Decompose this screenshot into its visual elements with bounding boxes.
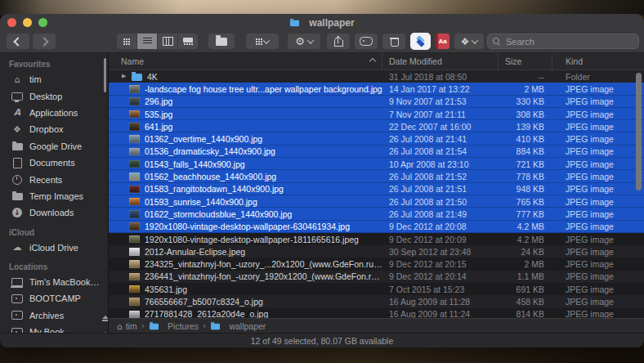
sidebar-item-archives[interactable]: Archives [0, 307, 108, 324]
tag-button[interactable] [355, 34, 378, 49]
date-modified: 9 Dec 2012 at 20:14 [382, 271, 499, 281]
image-thumbnail [129, 273, 140, 281]
delete-button[interactable] [382, 34, 405, 49]
file-row[interactable]: 1920x1080-vintage-desktop-wallpaper-6304… [109, 221, 644, 233]
blue-folder-icon [210, 322, 226, 330]
minimize-button[interactable] [23, 18, 32, 27]
dropbox-button[interactable]: ❖ [454, 34, 484, 49]
list-scrollbar[interactable] [636, 73, 642, 190]
file-name: 236441_vintazhnyj-fon_-uzory_1920x1200_(… [145, 271, 382, 281]
sidebar-item-dropbox[interactable]: ❖Dropbox [0, 121, 108, 137]
image-thumbnail [129, 198, 140, 206]
gear-icon: ⚙ [295, 36, 305, 47]
file-name: 01562_beachhouse_1440x900.jpg [145, 172, 276, 182]
sidebar-item-tim[interactable]: ⌂tim [0, 71, 108, 87]
file-size: 24 KB [499, 247, 552, 257]
folder-row[interactable]: ▶4K31 Jul 2018 at 08:50--Folder [109, 70, 644, 83]
path-item-pictures[interactable]: Pictures [149, 321, 199, 331]
sidebar-item-recents[interactable]: Recents [0, 171, 108, 187]
file-row[interactable]: 01593_sunrise_1440x900.jpg26 Jul 2008 at… [109, 195, 644, 208]
layers-app-button[interactable] [410, 33, 431, 50]
file-name-cell: -landscape fog house tree ultr...aper wa… [109, 84, 382, 94]
column-header-name[interactable]: Name [109, 53, 382, 69]
grid-icon [123, 38, 125, 40]
file-row[interactable]: 1920x1080-vintage-desktop-wallpaper-1811… [109, 233, 644, 245]
date-modified: 22 Dec 2007 at 16:00 [382, 122, 499, 132]
forward-button[interactable] [33, 34, 56, 49]
list-view-button[interactable] [137, 34, 158, 49]
date-modified: 14 Jan 2017 at 13:22 [382, 84, 499, 94]
chevron-left-icon [13, 37, 22, 46]
sidebar-item-label: Google Drive [29, 141, 82, 151]
recents-icon [12, 175, 22, 185]
file-row[interactable]: 234325_vintazhnyj-fon_-uzory_...20x1200_… [109, 258, 644, 270]
sidebar-item-label: Desktop [29, 92, 62, 101]
file-row[interactable]: 296.jpg9 Nov 2007 at 21:53330 KBJPEG ima… [109, 96, 644, 108]
sidebar-item-desktop[interactable]: Desktop [0, 87, 108, 104]
file-row[interactable]: 641.jpg22 Dec 2007 at 16:00139 KBJPEG im… [109, 120, 644, 132]
date-modified: 16 Aug 2009 at 11:28 [382, 297, 499, 307]
file-name-cell: 01583_rangitotodawn_1440x900.jpg [109, 184, 382, 194]
sidebar-item-icon [11, 158, 24, 168]
sidebar-item-icon: ⌂ [11, 74, 24, 85]
sidebar-item-documents[interactable]: Documents [0, 155, 108, 171]
file-row[interactable]: 01583_rangitotodawn_1440x900.jpg26 Jul 2… [109, 183, 644, 195]
file-row[interactable]: 236441_vintazhnyj-fon_-uzory_1920x1200_(… [109, 271, 644, 283]
file-row[interactable]: 766556667_b5007c8324_o.jpg16 Aug 2009 at… [109, 295, 644, 307]
action-button[interactable]: ⚙ [288, 34, 320, 49]
icon-view-button[interactable] [117, 34, 137, 49]
file-size: -- [499, 72, 552, 82]
file-row[interactable]: -landscape fog house tree ultr...aper wa… [109, 83, 644, 95]
column-header-date-modified[interactable]: Date Modified [382, 53, 499, 69]
group-button[interactable] [246, 34, 279, 49]
blue-folder-icon [132, 74, 142, 81]
close-button[interactable] [7, 18, 16, 27]
sidebar-item-bootcamp[interactable]: BOOTCAMP [0, 290, 108, 307]
file-kind: JPEG image [552, 84, 644, 94]
sidebar-item-temp-images[interactable]: Temp Images [0, 188, 108, 204]
sidebar-item-icloud-drive[interactable]: ☁iCloud Drive [0, 240, 108, 256]
file-size: 1.1 MB [499, 271, 552, 281]
sidebar-item-tim-s-macbook-pr[interactable]: Tim's MacBook Pr... [0, 274, 108, 290]
dropbox-icon: ❖ [461, 37, 470, 47]
date-modified: 9 Dec 2012 at 20:08 [382, 222, 499, 231]
disk-icon [11, 311, 23, 320]
file-row[interactable]: 01362_overtime_1440x900.jpg26 Jul 2008 a… [109, 132, 644, 145]
file-row[interactable]: 2012-Annular-Eclipse.jpeg30 Sep 2012 at … [109, 245, 644, 258]
column-header-kind[interactable]: Kind [552, 53, 644, 69]
dictionary-app-button[interactable]: Aa [436, 34, 449, 49]
file-size: 948 KB [499, 184, 552, 194]
path-item-tim[interactable]: ⌂tim [117, 321, 137, 331]
back-button[interactable] [7, 34, 29, 49]
column-header-size[interactable]: Size [499, 53, 552, 69]
share-button[interactable] [327, 34, 350, 49]
file-row[interactable]: 01562_beachhouse_1440x900.jpg26 Jul 2008… [109, 170, 644, 182]
sidebar-scrollbar[interactable] [104, 58, 106, 92]
disclosure-triangle-icon[interactable]: ▶ [122, 74, 132, 79]
path-item-wallpaper[interactable]: wallpaper [210, 321, 266, 331]
search-input[interactable] [487, 34, 639, 49]
file-name: 535.jpg [145, 110, 172, 119]
home-icon: ⌂ [117, 321, 123, 331]
chevron-down-icon [263, 37, 270, 43]
zoom-button[interactable] [38, 18, 47, 27]
sidebar-item-my-book[interactable]: My Book [0, 324, 108, 333]
sidebar-item-downloads[interactable]: ↓Downloads [0, 204, 108, 221]
sidebar-item-google-drive[interactable]: Google Drive [0, 138, 108, 155]
file-row[interactable]: 2717881428_2612a20d4e_o.jpg16 Aug 2009 a… [109, 308, 644, 318]
title-bar[interactable]: wallpaper [0, 14, 644, 31]
sidebar-item-applications[interactable]: AApplications [0, 105, 108, 121]
sidebar-item-icon [11, 191, 24, 200]
file-row[interactable]: 435631.jpg7 Oct 2015 at 15:23691 KBJPEG … [109, 283, 644, 295]
date-modified: 26 Jul 2008 at 21:52 [382, 172, 499, 182]
file-row[interactable]: 01536_dramaticsky_1440x900.jpg26 Jul 200… [109, 146, 644, 158]
file-name-cell: 234325_vintazhnyj-fon_-uzory_...20x1200_… [109, 259, 382, 269]
file-row[interactable]: 535.jpg7 Nov 2007 at 21:11308 KBJPEG ima… [109, 108, 644, 120]
file-row[interactable]: 01543_falls_1440x900.jpg10 Apr 2008 at 2… [109, 158, 644, 170]
gallery-view-button[interactable] [178, 34, 198, 49]
file-row[interactable]: 01622_stormcloudsblue_1440x900.jpg26 Jul… [109, 208, 644, 220]
image-thumbnail [129, 210, 140, 218]
file-kind: JPEG image [552, 285, 644, 294]
new-folder-button[interactable] [208, 34, 235, 49]
column-view-button[interactable] [158, 34, 178, 49]
